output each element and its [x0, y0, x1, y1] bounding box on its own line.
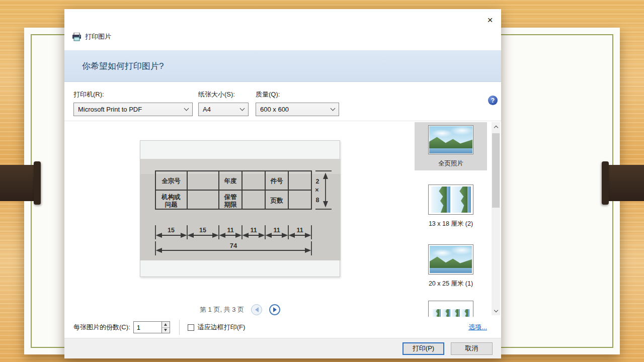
page-count-text: 第 1 页, 共 3 页	[200, 305, 244, 314]
cell-jigou-line1: 机构或	[161, 194, 181, 201]
sidebar-scrollbar[interactable]	[492, 122, 500, 315]
desktop-background: × 打印图片 你希望如何打印图片? 打印机(R): 纸张大小(S): 质量(Q)…	[0, 0, 644, 362]
scroll-down-button[interactable]	[492, 307, 500, 315]
fit-to-frame-checkbox[interactable]	[188, 324, 194, 331]
chevron-up-icon	[494, 125, 498, 129]
copies-spinbox	[133, 321, 170, 333]
copies-input[interactable]	[133, 321, 162, 333]
cell-baoguan-line1: 保管	[224, 194, 237, 201]
water-graphic	[430, 268, 472, 273]
thumbnail-frame	[428, 301, 473, 317]
paper-size-select-value: A4	[203, 106, 240, 113]
side-dim-8: 8	[316, 197, 319, 204]
dialog-title-row: 打印图片	[72, 32, 111, 41]
next-page-icon	[273, 307, 277, 312]
quality-select[interactable]: 600 x 600	[256, 103, 339, 116]
cell-baoguan-line2: 期限	[224, 201, 237, 208]
layout-option-20x25[interactable]: 20 x 25 厘米 (1)	[415, 244, 487, 292]
dim-seg-4: 11	[250, 227, 257, 234]
mini-photo-thumbnail	[461, 309, 469, 317]
side-dim-x: ×	[315, 187, 318, 194]
help-icon[interactable]: ?	[488, 96, 498, 105]
printer-select[interactable]: Microsoft Print to PDF	[73, 103, 193, 116]
spin-down-icon	[164, 329, 167, 331]
water-graphic	[467, 187, 471, 213]
mini-photo-thumbnail	[442, 309, 450, 317]
dim-seg-2: 15	[199, 227, 206, 234]
cell-jianhao: 件号	[270, 177, 284, 185]
previous-page-button[interactable]	[251, 304, 262, 315]
layout-option-full-page[interactable]: 全页照片	[415, 122, 487, 170]
dim-seg-6: 11	[296, 227, 303, 234]
chevron-down-icon	[184, 106, 189, 111]
cell-niandu: 年度	[224, 177, 237, 185]
layout-option-13x18[interactable]: 13 x 18 厘米 (2)	[415, 185, 487, 232]
chevron-down-icon	[240, 106, 245, 111]
mountain-graphic	[430, 255, 472, 268]
left-clip-bar	[0, 165, 35, 201]
vertical-divider	[179, 320, 180, 335]
chevron-down-icon	[494, 308, 498, 312]
water-graphic	[429, 148, 472, 153]
cell-jigou-line2: 问题	[165, 201, 178, 208]
header-band: 你希望如何打印图片?	[64, 50, 501, 82]
mini-photo-thumbnail	[452, 309, 460, 317]
print-pictures-dialog: × 打印图片 你希望如何打印图片? 打印机(R): 纸张大小(S): 质量(Q)…	[64, 9, 501, 358]
print-button[interactable]: 打印(P)	[403, 342, 444, 355]
printer-label: 打印机(R):	[73, 90, 104, 99]
pagination-row: 第 1 页, 共 3 页	[140, 303, 340, 316]
bottom-controls: 每张图片的份数(C): 适应边框打印(F) 选项...	[64, 317, 501, 338]
dim-total: 74	[230, 242, 237, 249]
paper-size-select[interactable]: A4	[198, 103, 249, 116]
dim-seg-1: 15	[168, 227, 175, 234]
spin-down-button[interactable]	[162, 327, 170, 333]
layout-option-label: 13 x 18 厘米 (2)	[429, 220, 473, 228]
thumbnail-frame	[428, 185, 473, 215]
side-dim-2: 2	[316, 178, 319, 185]
thumbnail-frame	[428, 125, 473, 154]
water-graphic	[468, 309, 469, 317]
next-page-button[interactable]	[269, 304, 280, 315]
dim-seg-3: 11	[227, 227, 233, 234]
paper-size-label: 纸张大小(S):	[198, 90, 235, 99]
portrait-photo-thumbnail	[431, 187, 450, 213]
mountain-graphic	[429, 136, 472, 149]
scroll-up-button[interactable]	[492, 122, 500, 131]
previous-page-icon	[255, 307, 259, 312]
close-button[interactable]: ×	[482, 13, 498, 27]
layout-option-label: 20 x 25 厘米 (1)	[429, 280, 473, 288]
copies-spinner	[162, 321, 170, 333]
scrollbar-thumb[interactable]	[492, 133, 500, 208]
dialog-title: 打印图片	[85, 32, 111, 41]
layout-option-label: 全页照片	[438, 159, 463, 168]
print-preview-sheet: 全宗号 年度 件号 机构或 问题 保管 期限 页数	[140, 140, 340, 277]
dialog-footer: 打印(P) 取消	[64, 338, 501, 358]
spin-up-button[interactable]	[162, 322, 170, 327]
mini-photo-thumbnail	[433, 309, 441, 317]
cancel-button[interactable]: 取消	[451, 342, 493, 355]
portrait-photo-thumbnail	[452, 187, 471, 213]
right-clip-bar	[608, 165, 644, 201]
options-link[interactable]: 选项...	[468, 323, 487, 332]
cell-quanzonghao: 全宗号	[161, 177, 181, 185]
right-clip-cap	[602, 161, 609, 205]
water-graphic	[439, 309, 441, 317]
printer-icon	[72, 33, 82, 41]
copies-label: 每张图片的份数(C):	[73, 323, 130, 332]
landscape-photo-thumbnail	[429, 126, 472, 153]
mountain-graphic	[438, 187, 447, 213]
fit-to-frame-option[interactable]: 适应边框打印(F)	[188, 323, 246, 332]
water-graphic	[447, 187, 450, 213]
preview-area: 全宗号 年度 件号 机构或 问题 保管 期限 页数	[64, 121, 501, 317]
water-graphic	[458, 309, 460, 317]
left-clip-cap	[34, 161, 41, 205]
printer-select-value: Microsoft Print to PDF	[78, 106, 185, 113]
mountain-graphic	[459, 187, 468, 213]
landscape-photo-thumbnail	[430, 246, 472, 273]
thumbnail-frame	[428, 244, 473, 275]
fit-to-frame-label: 适应边框打印(F)	[198, 323, 246, 332]
water-graphic	[449, 309, 450, 317]
cell-yeshu: 页数	[270, 197, 284, 204]
scanned-document-photo: 全宗号 年度 件号 机构或 问题 保管 期限 页数	[140, 159, 340, 260]
layout-option-wallet[interactable]	[415, 301, 487, 317]
